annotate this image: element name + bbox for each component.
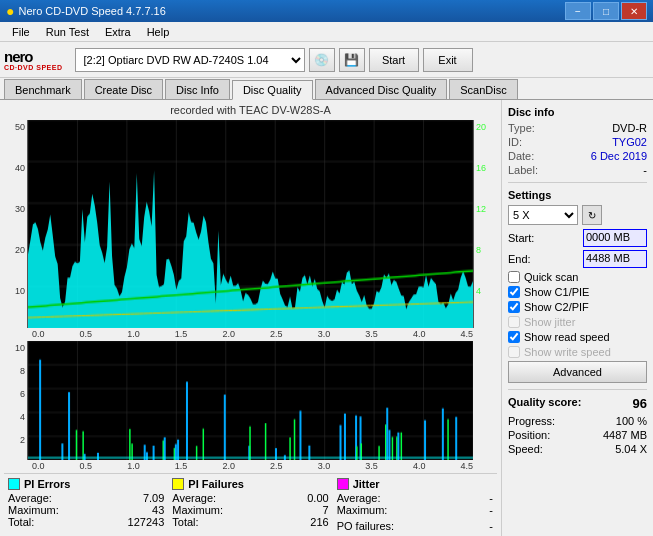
tab-disc-info[interactable]: Disc Info [165, 79, 230, 99]
show-jitter-checkbox[interactable] [508, 316, 520, 328]
advanced-button[interactable]: Advanced [508, 361, 647, 383]
start-mb-row: Start: 0000 MB [508, 229, 647, 247]
date-value: 6 Dec 2019 [591, 150, 647, 162]
show-c2pif-row: Show C2/PIF [508, 301, 647, 313]
show-write-speed-row: Show write speed [508, 346, 647, 358]
jitter-avg-value: - [489, 492, 493, 504]
exit-button[interactable]: Exit [423, 48, 473, 72]
maximize-button[interactable]: □ [593, 2, 619, 20]
jitter-color [337, 478, 349, 490]
y-left-10: 10 [6, 286, 25, 296]
x-axis-bottom: 0.00.51.01.52.0 2.53.03.54.04.5 [4, 460, 497, 471]
nero-logo-top: nero [4, 49, 63, 64]
y-right-16: 16 [476, 163, 495, 173]
speed-value: 5.04 X [615, 443, 647, 455]
disc-info-title: Disc info [508, 106, 647, 118]
nero-logo-bottom: CD·DVD SPEED [4, 64, 63, 71]
toolbar: nero CD·DVD SPEED [2:2] Optiarc DVD RW A… [0, 42, 653, 78]
start-mb-label: Start: [508, 232, 534, 244]
show-c1pie-checkbox[interactable] [508, 286, 520, 298]
y2-left-4: 4 [6, 412, 25, 422]
pi-errors-color [8, 478, 20, 490]
show-c2pif-checkbox[interactable] [508, 301, 520, 313]
id-value: TYG02 [612, 136, 647, 148]
quick-scan-checkbox[interactable] [508, 271, 520, 283]
jitter-avg-label: Average: [337, 492, 381, 504]
chart-title: recorded with TEAC DV-W28S-A [4, 104, 497, 116]
show-read-speed-row: Show read speed [508, 331, 647, 343]
pi-failures-avg-label: Average: [172, 492, 216, 504]
label-label: Label: [508, 164, 538, 176]
refresh-button[interactable]: ↻ [582, 205, 602, 225]
start-button[interactable]: Start [369, 48, 419, 72]
speed-label: Speed: [508, 443, 543, 455]
quality-score-value: 96 [633, 396, 647, 411]
chart-area: recorded with TEAC DV-W28S-A 50 40 30 20… [0, 100, 501, 536]
pi-failures-max-label: Maximum: [172, 504, 223, 516]
position-label: Position: [508, 429, 550, 441]
pi-errors-total-value: 127243 [128, 516, 165, 528]
menu-run-test[interactable]: Run Test [38, 24, 97, 40]
settings-title: Settings [508, 189, 647, 201]
type-value: DVD-R [612, 122, 647, 134]
pi-failures-avg-value: 0.00 [307, 492, 328, 504]
disc-date-row: Date: 6 Dec 2019 [508, 150, 647, 162]
y2-left-10: 10 [6, 343, 25, 353]
pi-failures-block: PI Failures Average:0.00 Maximum:7 Total… [172, 478, 328, 532]
menu-file[interactable]: File [4, 24, 38, 40]
y2-left-2: 2 [6, 435, 25, 445]
pi-failures-total-value: 216 [310, 516, 328, 528]
y-left-50: 50 [6, 122, 25, 132]
close-button[interactable]: ✕ [621, 2, 647, 20]
show-read-speed-checkbox[interactable] [508, 331, 520, 343]
y-left-30: 30 [6, 204, 25, 214]
tab-benchmark[interactable]: Benchmark [4, 79, 82, 99]
show-write-speed-checkbox[interactable] [508, 346, 520, 358]
stats-area: PI Errors Average:7.09 Maximum:43 Total:… [4, 473, 497, 532]
show-c1pie-row: Show C1/PIE [508, 286, 647, 298]
pi-errors-avg-value: 7.09 [143, 492, 164, 504]
speed-select[interactable]: 5 X [508, 205, 578, 225]
bottom-chart [28, 341, 473, 460]
end-mb-label: End: [508, 253, 531, 265]
y-right-12: 12 [476, 204, 495, 214]
pi-errors-max-label: Maximum: [8, 504, 59, 516]
po-failures-value: - [489, 520, 493, 532]
speed-settings-row: 5 X ↻ [508, 205, 647, 225]
minimize-button[interactable]: − [565, 2, 591, 20]
drive-select[interactable]: [2:2] Optiarc DVD RW AD-7240S 1.04 [75, 48, 305, 72]
pi-errors-title: PI Errors [24, 478, 70, 490]
tab-disc-quality[interactable]: Disc Quality [232, 80, 313, 100]
main-content: recorded with TEAC DV-W28S-A 50 40 30 20… [0, 100, 653, 536]
menu-help[interactable]: Help [139, 24, 178, 40]
end-mb-input[interactable]: 4488 MB [583, 250, 647, 268]
y-right-4: 4 [476, 286, 495, 296]
start-mb-input[interactable]: 0000 MB [583, 229, 647, 247]
pi-failures-title: PI Failures [188, 478, 244, 490]
disc-icon-button[interactable]: 💿 [309, 48, 335, 72]
jitter-block: Jitter Average:- Maximum:- PO failures: … [337, 478, 493, 532]
menu-extra[interactable]: Extra [97, 24, 139, 40]
position-value: 4487 MB [603, 429, 647, 441]
tab-create-disc[interactable]: Create Disc [84, 79, 163, 99]
save-icon-button[interactable]: 💾 [339, 48, 365, 72]
tab-scan-disc[interactable]: ScanDisc [449, 79, 517, 99]
quick-scan-row: Quick scan [508, 271, 647, 283]
tabs: Benchmark Create Disc Disc Info Disc Qua… [0, 78, 653, 100]
show-read-speed-label: Show read speed [524, 331, 610, 343]
y-right-20: 20 [476, 122, 495, 132]
jitter-title: Jitter [353, 478, 380, 490]
pi-failures-color [172, 478, 184, 490]
show-jitter-label: Show jitter [524, 316, 575, 328]
disc-id-row: ID: TYG02 [508, 136, 647, 148]
pi-failures-total-label: Total: [172, 516, 198, 528]
nero-logo: nero CD·DVD SPEED [4, 49, 63, 71]
pi-errors-block: PI Errors Average:7.09 Maximum:43 Total:… [8, 478, 164, 532]
date-label: Date: [508, 150, 534, 162]
end-mb-row: End: 4488 MB [508, 250, 647, 268]
tab-advanced-disc-quality[interactable]: Advanced Disc Quality [315, 79, 448, 99]
quality-score-row: Quality score: 96 [508, 396, 647, 411]
y-right-8: 8 [476, 245, 495, 255]
title-bar: ● Nero CD-DVD Speed 4.7.7.16 − □ ✕ [0, 0, 653, 22]
pi-failures-max-value: 7 [323, 504, 329, 516]
